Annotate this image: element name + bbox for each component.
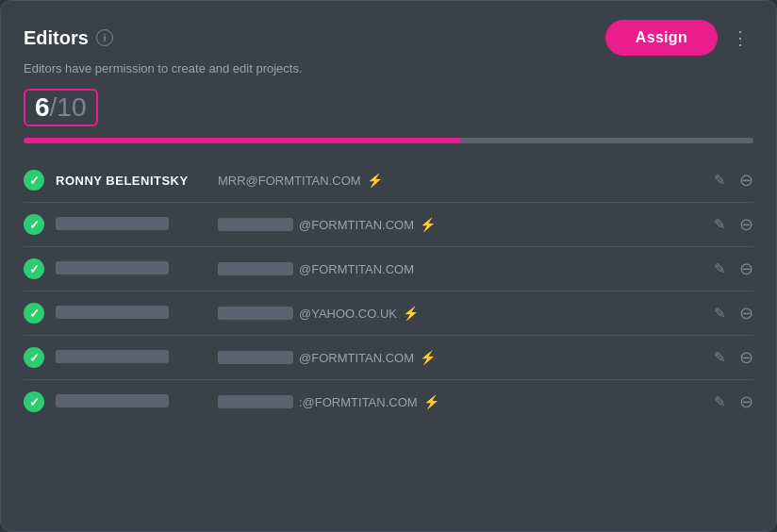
editor-name-blurred (56, 350, 169, 363)
title-area: Editors i (24, 27, 113, 49)
email-domain-text: @FORMTITAN.COM (299, 351, 414, 365)
assign-button[interactable]: Assign (605, 20, 718, 56)
count-total: 10 (57, 92, 86, 122)
remove-icon[interactable]: ⊖ (739, 260, 753, 277)
edit-icon[interactable]: ✎ (714, 305, 726, 322)
editor-name-blurred (56, 306, 169, 319)
editor-name (56, 261, 207, 277)
row-actions: ✎⊖ (714, 349, 753, 366)
row-actions: ✎⊖ (714, 216, 753, 233)
editors-card: Editors i Assign ⋮ Editors have permissi… (0, 0, 777, 532)
count-current: 6 (35, 92, 50, 122)
check-icon (24, 347, 44, 368)
editor-email: @FORMTITAN.COM⚡ (218, 350, 703, 365)
header-actions: Assign ⋮ (605, 20, 753, 56)
editor-name (56, 350, 207, 366)
check-icon (24, 170, 44, 191)
email-blurred-part (218, 307, 293, 320)
editor-name-blurred (56, 394, 169, 407)
row-actions: ✎⊖ (714, 393, 753, 410)
table-row: @FORMTITAN.COM⚡✎⊖ (24, 203, 753, 247)
page-title: Editors (24, 27, 89, 49)
edit-icon[interactable]: ✎ (714, 349, 726, 366)
check-circle (24, 214, 44, 235)
email-blurred-part (218, 395, 293, 408)
check-icon (24, 258, 44, 279)
progress-bar-container (24, 138, 753, 143)
editor-email: @FORMTITAN.COM⚡ (218, 217, 703, 232)
remove-icon[interactable]: ⊖ (739, 305, 753, 322)
editor-list: RONNY BELENITSKYMRR@FORMTITAN.COM⚡✎⊖@FOR… (24, 158, 753, 424)
email-domain-text: @FORMTITAN.COM (299, 262, 414, 276)
row-actions: ✎⊖ (714, 172, 753, 189)
edit-icon[interactable]: ✎ (714, 216, 726, 233)
editor-email: MRR@FORMTITAN.COM⚡ (218, 173, 703, 188)
table-row: @YAHOO.CO.UK⚡✎⊖ (24, 291, 753, 336)
check-icon (24, 214, 44, 235)
editor-name (56, 217, 207, 233)
email-text: MRR@FORMTITAN.COM (218, 174, 361, 188)
lightning-icon: ⚡ (423, 394, 439, 409)
remove-icon[interactable]: ⊖ (739, 393, 753, 410)
lightning-icon: ⚡ (403, 306, 419, 321)
count-box: 6/10 (24, 89, 98, 126)
edit-icon[interactable]: ✎ (714, 393, 726, 410)
editor-name-blurred (56, 261, 169, 274)
more-menu-icon[interactable]: ⋮ (727, 26, 753, 49)
editor-name-blurred (56, 217, 169, 230)
check-icon (24, 391, 44, 412)
lightning-icon: ⚡ (420, 217, 436, 232)
progress-bar-fill (24, 138, 461, 143)
subtitle-text: Editors have permission to create and ed… (24, 61, 753, 75)
editor-name: RONNY BELENITSKY (56, 174, 207, 188)
remove-icon[interactable]: ⊖ (739, 172, 753, 189)
lightning-icon: ⚡ (367, 173, 383, 188)
remove-icon[interactable]: ⊖ (739, 349, 753, 366)
table-row: @FORMTITAN.COM✎⊖ (24, 247, 753, 291)
editor-email: :@FORMTITAN.COM⚡ (218, 394, 703, 409)
editor-name (56, 306, 207, 322)
email-blurred-part (218, 218, 293, 231)
table-row: :@FORMTITAN.COM⚡✎⊖ (24, 380, 753, 424)
email-domain-text: @FORMTITAN.COM (299, 218, 414, 232)
row-actions: ✎⊖ (714, 260, 753, 277)
table-row: @FORMTITAN.COM⚡✎⊖ (24, 336, 753, 380)
row-actions: ✎⊖ (714, 305, 753, 322)
email-blurred-part (218, 351, 293, 364)
header-row: Editors i Assign ⋮ (24, 20, 753, 56)
email-domain-text: @YAHOO.CO.UK (299, 307, 397, 321)
check-circle (24, 391, 44, 412)
check-circle (24, 170, 44, 191)
editor-name (56, 394, 207, 410)
edit-icon[interactable]: ✎ (714, 260, 726, 277)
lightning-icon: ⚡ (420, 350, 436, 365)
editor-email: @YAHOO.CO.UK⚡ (218, 306, 703, 321)
edit-icon[interactable]: ✎ (714, 172, 726, 189)
email-blurred-part (218, 262, 293, 275)
editor-email: @FORMTITAN.COM (218, 262, 703, 276)
check-circle (24, 347, 44, 368)
remove-icon[interactable]: ⊖ (739, 216, 753, 233)
info-icon[interactable]: i (96, 29, 113, 46)
email-domain-text: :@FORMTITAN.COM (299, 395, 418, 409)
check-circle (24, 303, 44, 324)
check-circle (24, 258, 44, 279)
table-row: RONNY BELENITSKYMRR@FORMTITAN.COM⚡✎⊖ (24, 158, 753, 203)
check-icon (24, 303, 44, 324)
